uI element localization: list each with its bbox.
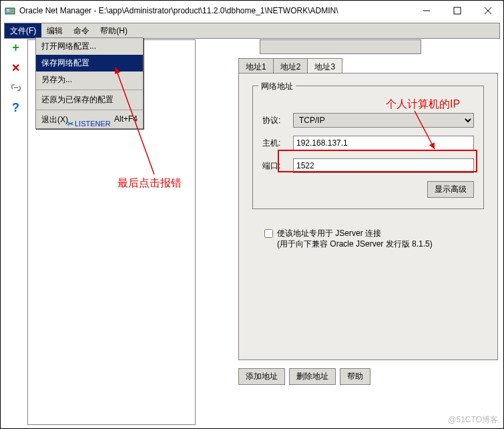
bottom-buttons: 添加地址 删除地址 帮助 <box>238 368 370 385</box>
minimize-button[interactable] <box>411 1 442 21</box>
menu-bar: 文件(F) 编辑 命令 帮助(H) <box>4 23 500 39</box>
menu-exit-accel: Alt+F4 <box>114 114 138 126</box>
svg-rect-5 <box>454 7 461 14</box>
delete-button[interactable]: ✕ <box>9 61 23 74</box>
menu-separator <box>36 90 143 90</box>
delete-address-button[interactable]: 删除地址 <box>289 368 336 385</box>
menu-save-as[interactable]: 另存为... <box>36 72 143 88</box>
maximize-button[interactable] <box>442 1 473 21</box>
add-address-button[interactable]: 添加地址 <box>238 368 285 385</box>
app-icon <box>5 5 15 16</box>
svg-rect-1 <box>7 9 9 10</box>
jserver-note: (用于向下兼容 Oracle JServer 发行版 8.1.5) <box>277 239 433 249</box>
help-button[interactable]: ? <box>9 101 23 114</box>
menu-edit[interactable]: 编辑 <box>41 23 68 38</box>
protocol-label: 协议: <box>262 115 293 126</box>
menu-open-label: 打开网络配置... <box>41 41 96 52</box>
network-address-group: 网络地址 协议: TCP/IP 主机: 端口: 显示高级 <box>252 86 484 209</box>
address-panel: 网络地址 协议: TCP/IP 主机: 端口: 显示高级 <box>238 73 498 360</box>
tree-item-listener[interactable]: ✂LISTENER <box>67 120 111 128</box>
menu-revert[interactable]: 还原为已保存的配置 <box>36 92 143 108</box>
jserver-row: 使该地址专用于 JServer 连接 (用于向下兼容 Oracle JServe… <box>252 228 484 249</box>
scissors-icon: ✂ <box>67 120 73 128</box>
add-button[interactable]: + <box>9 41 23 54</box>
menu-save-network[interactable]: 保存网络配置 <box>36 55 143 72</box>
port-input[interactable] <box>293 158 474 173</box>
menu-open-network[interactable]: 打开网络配置... <box>36 38 143 55</box>
watermark: @51CTO博客 <box>448 414 498 426</box>
right-pane: 地址1 地址2 地址3 网络地址 协议: TCP/IP 主机: 端口: <box>198 39 498 423</box>
menu-file[interactable]: 文件(F) <box>5 23 41 38</box>
toolbar: + ✕ ? <box>7 41 24 114</box>
jserver-label: 使该地址专用于 JServer 连接 <box>277 228 433 239</box>
svg-point-3 <box>11 10 13 13</box>
group-legend: 网络地址 <box>258 81 296 92</box>
menu-help[interactable]: 帮助(H) <box>95 23 133 38</box>
window-title: Oracle Net Manager - E:\app\Administrato… <box>19 6 411 15</box>
host-input[interactable] <box>293 136 474 150</box>
listener-type-dropdown[interactable] <box>260 39 421 54</box>
menu-revert-label: 还原为已保存的配置 <box>41 94 113 106</box>
link-button[interactable] <box>9 81 23 94</box>
file-menu: 打开网络配置... 保存网络配置 另存为... 还原为已保存的配置 退出(X)A… <box>35 37 144 129</box>
menu-command[interactable]: 命令 <box>68 23 95 38</box>
protocol-select[interactable]: TCP/IP <box>293 113 474 128</box>
jserver-checkbox[interactable] <box>264 229 273 238</box>
help-address-button[interactable]: 帮助 <box>340 368 370 385</box>
host-label: 主机: <box>262 138 293 149</box>
svg-rect-2 <box>7 11 9 11</box>
menu-exit-label: 退出(X) <box>41 114 68 126</box>
title-bar: Oracle Net Manager - E:\app\Administrato… <box>1 1 503 21</box>
show-advanced-button[interactable]: 显示高级 <box>427 181 474 198</box>
close-button[interactable] <box>473 1 503 21</box>
menu-saveas-label: 另存为... <box>41 74 72 86</box>
menu-separator <box>36 110 143 110</box>
port-label: 端口: <box>262 160 293 172</box>
tree-item-label: LISTENER <box>75 120 111 128</box>
menu-save-label: 保存网络配置 <box>41 57 89 69</box>
